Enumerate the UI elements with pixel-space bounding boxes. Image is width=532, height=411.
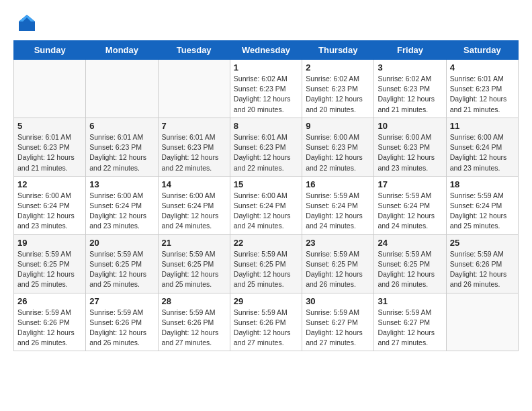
day-info: Sunrise: 6:00 AM Sunset: 6:23 PM Dayligh… bbox=[306, 132, 370, 173]
day-number: 1 bbox=[234, 62, 298, 73]
calendar-day-cell: 26Sunrise: 5:59 AM Sunset: 6:26 PM Dayli… bbox=[14, 293, 86, 351]
calendar-day-cell: 6Sunrise: 6:01 AM Sunset: 6:23 PM Daylig… bbox=[86, 118, 158, 176]
calendar-day-cell: 20Sunrise: 5:59 AM Sunset: 6:25 PM Dayli… bbox=[86, 234, 158, 293]
day-number: 11 bbox=[450, 121, 515, 131]
day-number: 21 bbox=[162, 238, 226, 248]
calendar-week-row: 26Sunrise: 5:59 AM Sunset: 6:26 PM Dayli… bbox=[14, 293, 519, 351]
calendar-day-cell: 17Sunrise: 5:59 AM Sunset: 6:24 PM Dayli… bbox=[374, 176, 446, 234]
logo-icon bbox=[16, 12, 38, 34]
day-info: Sunrise: 6:00 AM Sunset: 6:24 PM Dayligh… bbox=[17, 191, 82, 232]
calendar-day-cell: 5Sunrise: 6:01 AM Sunset: 6:23 PM Daylig… bbox=[14, 118, 86, 176]
weekday-header-cell: Sunday bbox=[14, 41, 86, 60]
day-info: Sunrise: 5:59 AM Sunset: 6:26 PM Dayligh… bbox=[17, 308, 82, 349]
calendar-day-cell: 3Sunrise: 6:02 AM Sunset: 6:23 PM Daylig… bbox=[374, 60, 446, 118]
calendar-day-cell: 19Sunrise: 5:59 AM Sunset: 6:25 PM Dayli… bbox=[14, 234, 86, 293]
day-info: Sunrise: 6:01 AM Sunset: 6:23 PM Dayligh… bbox=[17, 132, 82, 173]
calendar-day-cell: 31Sunrise: 5:59 AM Sunset: 6:27 PM Dayli… bbox=[374, 293, 446, 351]
day-info: Sunrise: 5:59 AM Sunset: 6:25 PM Dayligh… bbox=[306, 249, 370, 290]
day-info: Sunrise: 6:02 AM Sunset: 6:23 PM Dayligh… bbox=[234, 74, 298, 115]
calendar-day-cell bbox=[14, 60, 86, 118]
calendar-day-cell: 2Sunrise: 6:02 AM Sunset: 6:23 PM Daylig… bbox=[302, 60, 374, 118]
day-number: 7 bbox=[162, 121, 226, 131]
calendar-day-cell bbox=[158, 60, 230, 118]
day-info: Sunrise: 5:59 AM Sunset: 6:26 PM Dayligh… bbox=[450, 249, 515, 290]
day-info: Sunrise: 6:02 AM Sunset: 6:23 PM Dayligh… bbox=[306, 74, 370, 115]
calendar-day-cell: 7Sunrise: 6:01 AM Sunset: 6:23 PM Daylig… bbox=[158, 118, 230, 176]
day-info: Sunrise: 6:00 AM Sunset: 6:24 PM Dayligh… bbox=[162, 191, 226, 232]
day-number: 8 bbox=[234, 121, 298, 131]
calendar-week-row: 5Sunrise: 6:01 AM Sunset: 6:23 PM Daylig… bbox=[14, 118, 519, 176]
day-number: 25 bbox=[450, 238, 515, 248]
weekday-header-cell: Thursday bbox=[302, 41, 374, 60]
day-info: Sunrise: 5:59 AM Sunset: 6:25 PM Dayligh… bbox=[378, 249, 442, 290]
calendar-day-cell: 12Sunrise: 6:00 AM Sunset: 6:24 PM Dayli… bbox=[14, 176, 86, 234]
calendar-day-cell: 13Sunrise: 6:00 AM Sunset: 6:24 PM Dayli… bbox=[86, 176, 158, 234]
day-number: 28 bbox=[162, 296, 226, 306]
day-number: 12 bbox=[17, 179, 82, 189]
day-number: 9 bbox=[306, 121, 370, 131]
day-info: Sunrise: 5:59 AM Sunset: 6:25 PM Dayligh… bbox=[234, 249, 298, 290]
day-number: 17 bbox=[378, 179, 442, 189]
calendar-week-row: 12Sunrise: 6:00 AM Sunset: 6:24 PM Dayli… bbox=[14, 176, 519, 234]
day-number: 23 bbox=[306, 238, 370, 248]
day-number: 4 bbox=[450, 62, 515, 73]
day-info: Sunrise: 5:59 AM Sunset: 6:27 PM Dayligh… bbox=[378, 308, 442, 349]
calendar-day-cell: 4Sunrise: 6:01 AM Sunset: 6:23 PM Daylig… bbox=[446, 60, 518, 118]
day-number: 3 bbox=[378, 62, 442, 73]
day-info: Sunrise: 5:59 AM Sunset: 6:24 PM Dayligh… bbox=[306, 191, 370, 232]
calendar-day-cell: 14Sunrise: 6:00 AM Sunset: 6:24 PM Dayli… bbox=[158, 176, 230, 234]
weekday-header-cell: Saturday bbox=[446, 41, 518, 60]
day-info: Sunrise: 6:00 AM Sunset: 6:24 PM Dayligh… bbox=[450, 132, 515, 173]
day-info: Sunrise: 6:01 AM Sunset: 6:23 PM Dayligh… bbox=[450, 74, 515, 115]
day-info: Sunrise: 5:59 AM Sunset: 6:27 PM Dayligh… bbox=[306, 308, 370, 349]
calendar-table: SundayMondayTuesdayWednesdayThursdayFrid… bbox=[13, 40, 519, 351]
day-number: 29 bbox=[234, 296, 298, 306]
day-info: Sunrise: 6:00 AM Sunset: 6:24 PM Dayligh… bbox=[89, 191, 154, 232]
day-number: 19 bbox=[17, 238, 82, 248]
day-info: Sunrise: 6:01 AM Sunset: 6:23 PM Dayligh… bbox=[234, 132, 298, 173]
day-number: 26 bbox=[17, 296, 82, 306]
day-number: 24 bbox=[378, 238, 442, 248]
calendar-day-cell: 10Sunrise: 6:00 AM Sunset: 6:23 PM Dayli… bbox=[374, 118, 446, 176]
calendar-day-cell: 22Sunrise: 5:59 AM Sunset: 6:25 PM Dayli… bbox=[230, 234, 302, 293]
calendar-day-cell: 25Sunrise: 5:59 AM Sunset: 6:26 PM Dayli… bbox=[446, 234, 518, 293]
weekday-header-cell: Tuesday bbox=[158, 41, 230, 60]
calendar-body: 1Sunrise: 6:02 AM Sunset: 6:23 PM Daylig… bbox=[14, 60, 519, 351]
calendar-week-row: 19Sunrise: 5:59 AM Sunset: 6:25 PM Dayli… bbox=[14, 234, 519, 293]
calendar-day-cell: 8Sunrise: 6:01 AM Sunset: 6:23 PM Daylig… bbox=[230, 118, 302, 176]
calendar-day-cell bbox=[86, 60, 158, 118]
day-number: 10 bbox=[378, 121, 442, 131]
day-number: 13 bbox=[89, 179, 154, 189]
day-info: Sunrise: 5:59 AM Sunset: 6:26 PM Dayligh… bbox=[162, 308, 226, 349]
logo bbox=[16, 12, 40, 34]
day-info: Sunrise: 5:59 AM Sunset: 6:24 PM Dayligh… bbox=[378, 191, 442, 232]
calendar-week-row: 1Sunrise: 6:02 AM Sunset: 6:23 PM Daylig… bbox=[14, 60, 519, 118]
day-info: Sunrise: 6:02 AM Sunset: 6:23 PM Dayligh… bbox=[378, 74, 442, 115]
calendar-day-cell: 29Sunrise: 5:59 AM Sunset: 6:26 PM Dayli… bbox=[230, 293, 302, 351]
day-number: 5 bbox=[17, 121, 82, 131]
weekday-header-cell: Friday bbox=[374, 41, 446, 60]
day-info: Sunrise: 6:00 AM Sunset: 6:24 PM Dayligh… bbox=[234, 191, 298, 232]
day-number: 30 bbox=[306, 296, 370, 306]
calendar-day-cell: 30Sunrise: 5:59 AM Sunset: 6:27 PM Dayli… bbox=[302, 293, 374, 351]
calendar-day-cell: 18Sunrise: 5:59 AM Sunset: 6:24 PM Dayli… bbox=[446, 176, 518, 234]
day-number: 6 bbox=[89, 121, 154, 131]
calendar-day-cell: 23Sunrise: 5:59 AM Sunset: 6:25 PM Dayli… bbox=[302, 234, 374, 293]
day-info: Sunrise: 6:00 AM Sunset: 6:23 PM Dayligh… bbox=[378, 132, 442, 173]
calendar-day-cell: 24Sunrise: 5:59 AM Sunset: 6:25 PM Dayli… bbox=[374, 234, 446, 293]
day-info: Sunrise: 6:01 AM Sunset: 6:23 PM Dayligh… bbox=[89, 132, 154, 173]
page-header bbox=[0, 0, 532, 40]
calendar-day-cell: 21Sunrise: 5:59 AM Sunset: 6:25 PM Dayli… bbox=[158, 234, 230, 293]
calendar-day-cell: 1Sunrise: 6:02 AM Sunset: 6:23 PM Daylig… bbox=[230, 60, 302, 118]
day-number: 16 bbox=[306, 179, 370, 189]
weekday-header-cell: Wednesday bbox=[230, 41, 302, 60]
day-info: Sunrise: 5:59 AM Sunset: 6:26 PM Dayligh… bbox=[89, 308, 154, 349]
day-info: Sunrise: 5:59 AM Sunset: 6:25 PM Dayligh… bbox=[89, 249, 154, 290]
calendar-day-cell: 9Sunrise: 6:00 AM Sunset: 6:23 PM Daylig… bbox=[302, 118, 374, 176]
day-number: 14 bbox=[162, 179, 226, 189]
weekday-header-cell: Monday bbox=[86, 41, 158, 60]
calendar-day-cell: 11Sunrise: 6:00 AM Sunset: 6:24 PM Dayli… bbox=[446, 118, 518, 176]
calendar-header: SundayMondayTuesdayWednesdayThursdayFrid… bbox=[14, 41, 519, 60]
day-info: Sunrise: 5:59 AM Sunset: 6:24 PM Dayligh… bbox=[450, 191, 515, 232]
calendar-day-cell: 15Sunrise: 6:00 AM Sunset: 6:24 PM Dayli… bbox=[230, 176, 302, 234]
